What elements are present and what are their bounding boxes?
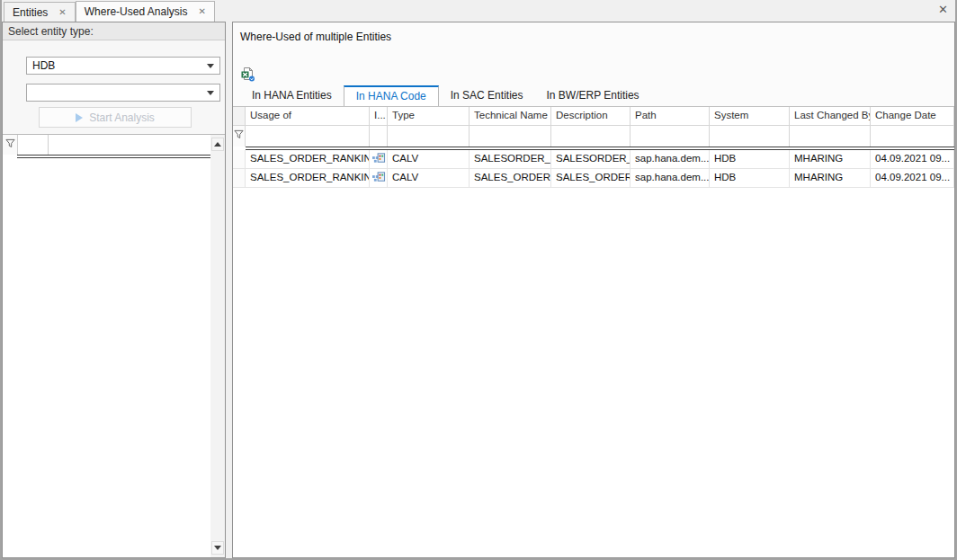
cell-usage-of: SALES_ORDER_RANKING: [246, 169, 370, 187]
cell-icon: [370, 169, 388, 187]
cell-technical-name: SALESORDER_...: [470, 150, 551, 168]
panel-splitter[interactable]: [226, 22, 232, 558]
where-used-toolbar: [240, 67, 947, 83]
cell-change-date: 04.09.2021 09...: [871, 169, 954, 187]
column-header-usage-of[interactable]: Usage of: [246, 107, 370, 125]
tab-in-bw-erp-entities[interactable]: In BW/ERP Entities: [534, 85, 650, 106]
chevron-down-icon: [207, 91, 214, 95]
filter-cell[interactable]: [370, 126, 388, 147]
tab-in-sac-entities[interactable]: In SAC Entities: [439, 85, 535, 106]
filter-cell[interactable]: [790, 126, 871, 147]
tab-where-used-analysis-label: Where-Used Analysis: [85, 5, 188, 18]
filter-cell[interactable]: [388, 126, 470, 147]
tab-where-used-analysis[interactable]: Where-Used Analysis ✕: [76, 1, 215, 22]
column-header-type[interactable]: Type: [388, 107, 470, 125]
filter-cell[interactable]: [49, 135, 210, 155]
table-empty-area: [233, 188, 954, 557]
table-row[interactable]: SALES_ORDER_RANKING CALV SA: [233, 150, 954, 169]
calculation-view-icon: [372, 171, 386, 183]
funnel-icon: [5, 138, 15, 148]
cell-last-changed-by: MHARING: [790, 150, 871, 168]
filter-row-gutter: [233, 126, 246, 147]
filter-cell[interactable]: [551, 126, 631, 147]
entity-list-filter-row: [3, 135, 210, 155]
filter-cell[interactable]: [17, 135, 49, 155]
entity-selection-panel: Select entity type: HDB Start Analysis: [2, 22, 226, 558]
column-header-description[interactable]: Description: [551, 107, 631, 125]
window-close-icon[interactable]: ✕: [938, 4, 948, 15]
filter-cell[interactable]: [710, 126, 790, 147]
start-analysis-button[interactable]: Start Analysis: [39, 107, 192, 128]
row-gutter-cell: [233, 169, 246, 187]
cell-last-changed-by: MHARING: [790, 169, 871, 187]
entity-list-grid: [3, 134, 225, 557]
scroll-down-button[interactable]: [211, 541, 224, 555]
tab-entities-label: Entities: [13, 6, 48, 19]
entity-type-dropdown-value: HDB: [32, 59, 55, 72]
tab-entities-close-icon[interactable]: ✕: [58, 8, 66, 17]
play-icon: [76, 113, 83, 122]
cell-technical-name: SALES_ORDER...: [470, 169, 551, 187]
cell-type: CALV: [388, 150, 470, 168]
filter-cell[interactable]: [871, 126, 954, 147]
entity-dropdown[interactable]: [26, 84, 220, 102]
where-used-title: Where-Used of multiple Entities: [240, 31, 947, 43]
cell-description: SALES_ORDER...: [551, 169, 631, 187]
entity-list-empty-area: [3, 158, 210, 557]
excel-export-icon[interactable]: [240, 67, 255, 82]
start-analysis-label: Start Analysis: [89, 111, 155, 124]
main-area: Select entity type: HDB Start Analysis: [2, 22, 955, 558]
cell-icon: [370, 150, 388, 168]
app-window: Entities ✕ Where-Used Analysis ✕ ✕ Selec…: [0, 0, 957, 560]
arrow-up-icon: [214, 142, 221, 147]
cell-system: HDB: [710, 169, 790, 187]
tab-in-hana-entities[interactable]: In HANA Entities: [240, 85, 344, 106]
cell-path: sap.hana.dem...: [631, 150, 710, 168]
chevron-down-icon: [207, 64, 214, 68]
select-entity-type-header: Select entity type:: [3, 22, 225, 40]
cell-system: HDB: [710, 150, 790, 168]
row-gutter-cell: [233, 150, 246, 168]
entity-selection-form: HDB Start Analysis: [3, 40, 225, 134]
where-used-panel: Where-Used of multiple Entities In HANA …: [232, 22, 955, 558]
entity-list-scrollbar[interactable]: [210, 135, 225, 557]
cell-usage-of: SALES_ORDER_RANKING: [246, 150, 370, 168]
table-header-row: Usage of I... Type Technical Name Descri…: [233, 107, 954, 126]
column-header-technical-name[interactable]: Technical Name: [470, 107, 551, 125]
filter-cell[interactable]: [246, 126, 370, 147]
column-header-path[interactable]: Path: [631, 107, 710, 125]
filter-cell[interactable]: [631, 126, 710, 147]
tab-where-used-analysis-close-icon[interactable]: ✕: [198, 7, 205, 16]
arrow-down-icon: [214, 546, 221, 550]
tab-in-hana-code[interactable]: In HANA Code: [344, 85, 439, 106]
entity-list-grid-body: [3, 135, 210, 557]
calculation-view-icon: [372, 152, 386, 164]
header-gutter-cell: [233, 107, 246, 125]
column-header-icon[interactable]: I...: [370, 107, 388, 125]
cell-path: sap.hana.dem...: [631, 169, 710, 187]
cell-description: SALESORDER_...: [551, 150, 631, 168]
column-header-last-changed-by[interactable]: Last Changed By: [790, 107, 871, 125]
filter-cell[interactable]: [470, 126, 551, 147]
tab-entities[interactable]: Entities ✕: [4, 2, 76, 22]
entity-type-dropdown[interactable]: HDB: [26, 57, 220, 75]
table-filter-row: [233, 126, 954, 147]
column-header-system[interactable]: System: [710, 107, 790, 125]
cell-type: CALV: [388, 169, 470, 187]
table-row[interactable]: SALES_ORDER_RANKING CALV SA: [233, 169, 954, 188]
column-header-change-date[interactable]: Change Date: [871, 107, 954, 125]
where-used-results-table: Usage of I... Type Technical Name Descri…: [233, 106, 954, 557]
cell-change-date: 04.09.2021 09...: [871, 150, 954, 168]
document-tabstrip: Entities ✕ Where-Used Analysis ✕ ✕: [2, 0, 955, 22]
where-used-tabs: In HANA Entities In HANA Code In SAC Ent…: [240, 85, 947, 106]
where-used-header-area: Where-Used of multiple Entities In HANA …: [233, 22, 954, 106]
filter-row-gutter: [3, 135, 17, 155]
scroll-up-button[interactable]: [211, 138, 224, 151]
funnel-icon: [234, 129, 244, 139]
